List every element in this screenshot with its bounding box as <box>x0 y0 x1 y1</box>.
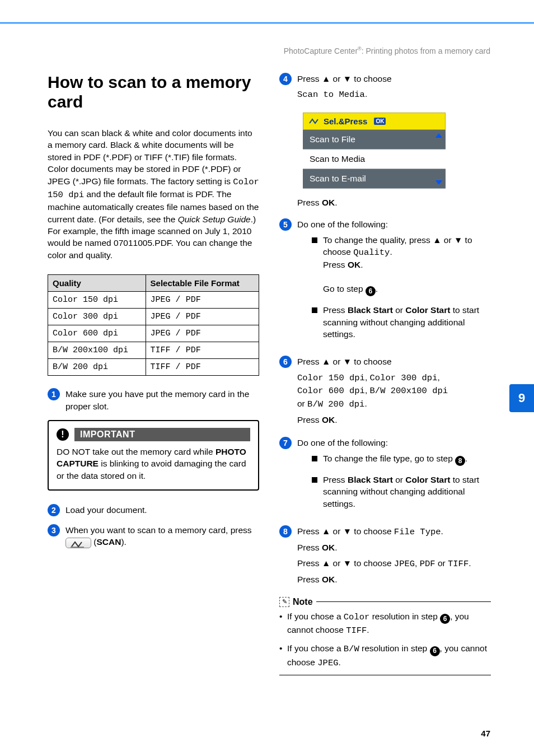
step-7: 7 Do one of the following: To change the… <box>279 437 491 517</box>
important-title: IMPORTANT <box>74 428 250 441</box>
important-box: ! IMPORTANT DO NOT take out the memory c… <box>48 420 259 491</box>
lcd-header-text: Sel.&Press <box>324 116 367 126</box>
table-row: Color 150 dpiJPEG / PDF <box>48 292 259 309</box>
bullet-item: Press Black Start or Color Start to star… <box>312 304 491 340</box>
step-6-text: Press ▲ or ▼ to choose Color 150 dpi, Co… <box>294 356 491 429</box>
step-5: 5 Do one of the following: To change the… <box>279 218 491 348</box>
right-column: 4 Press ▲ or ▼ to choose Scan to Media. … <box>279 73 491 675</box>
step-badge-3: 3 <box>48 524 60 536</box>
cell-format: TIFF / PDF <box>146 359 259 376</box>
page-title: How to scan to a memory card <box>48 73 259 111</box>
note-rule <box>316 601 491 602</box>
step-6: 6 Press ▲ or ▼ to choose Color 150 dpi, … <box>279 356 491 429</box>
chevron-up-icon <box>435 133 442 138</box>
running-head-sup: ® <box>358 46 362 52</box>
step-8-text: Press ▲ or ▼ to choose File Type. Press … <box>294 525 491 589</box>
step-1: 1 Make sure you have put the memory card… <box>48 388 259 412</box>
page-number: 47 <box>481 729 490 738</box>
bullet-item: To change the file type, go to step 8. <box>312 452 491 466</box>
cell-quality: B/W 200x100 dpi <box>48 342 146 359</box>
cell-quality: Color 300 dpi <box>48 309 146 325</box>
chevron-down-icon <box>435 180 442 185</box>
step-badge-6: 6 <box>279 356 292 368</box>
step-4-press-ok: Press OK. <box>297 197 491 208</box>
table-row: Color 300 dpiJPEG / PDF <box>48 309 259 325</box>
exclamation-icon: ! <box>57 428 69 441</box>
lcd-ok-badge: OK <box>374 118 386 125</box>
step-8: 8 Press ▲ or ▼ to choose File Type. Pres… <box>279 525 491 589</box>
top-rule <box>0 22 534 24</box>
cell-format: JPEG / PDF <box>146 292 259 309</box>
bullet-item: Press Black Start or Color Start to star… <box>312 474 491 510</box>
step-4: 4 Press ▲ or ▼ to choose Scan to Media. <box>279 73 491 105</box>
step-7-text: Do one of the following: To change the f… <box>294 437 491 517</box>
chapter-tab: 9 <box>509 384 534 412</box>
lcd-row-label: Scan to Media <box>310 154 365 164</box>
cell-quality: Color 600 dpi <box>48 325 146 342</box>
step-2-text: Load your document. <box>62 504 259 516</box>
scan-key-icon <box>65 538 91 548</box>
table-row: B/W 200x100 dpiTIFF / PDF <box>48 342 259 359</box>
lcd-row-label: Scan to File <box>310 134 355 144</box>
step-3: 3 When you want to scan to a memory card… <box>48 524 259 548</box>
step-3-text: When you want to scan to a memory card, … <box>62 524 259 548</box>
cell-format: TIFF / PDF <box>146 342 259 359</box>
step-ref-6: 6 <box>430 646 440 656</box>
cell-quality: B/W 200 dpi <box>48 359 146 376</box>
lcd-row-selected: Scan to Media <box>303 150 446 169</box>
scan-icon <box>309 118 319 124</box>
note-title: Note <box>293 597 313 607</box>
step-badge-8: 8 <box>279 525 292 538</box>
note-bottom-rule <box>279 675 491 675</box>
table-row: B/W 200 dpiTIFF / PDF <box>48 359 259 376</box>
th-format: Selectable File Format <box>146 275 259 292</box>
note-item: If you chose a B/W resolution in step 6,… <box>279 642 491 669</box>
intro-em: Quick Setup Guide <box>178 214 251 224</box>
step-1-text: Make sure you have put the memory card i… <box>62 388 259 412</box>
step-badge-4: 4 <box>279 73 292 85</box>
running-head: PhotoCapture Center®: Printing photos fr… <box>284 46 490 55</box>
lcd-row-label: Scan to E-mail <box>310 174 366 183</box>
cell-format: JPEG / PDF <box>146 309 259 325</box>
step-4-text: Press ▲ or ▼ to choose Scan to Media. <box>294 73 491 105</box>
left-column: How to scan to a memory card You can sca… <box>48 73 259 675</box>
step-badge-1: 1 <box>48 388 60 400</box>
quality-table: Quality Selectable File Format Color 150… <box>48 274 259 376</box>
step-5-text: Do one of the following: To change the q… <box>294 218 491 348</box>
lcd-row: Scan to E-mail <box>303 169 446 189</box>
intro-text-a: You can scan black & white and color doc… <box>48 128 252 186</box>
th-quality: Quality <box>48 275 146 292</box>
step-ref-6: 6 <box>440 614 450 624</box>
running-head-suffix: : Printing photos from a memory card <box>362 46 490 55</box>
step-badge-5: 5 <box>279 218 292 231</box>
intro-paragraph: You can scan black & white and color doc… <box>48 127 259 261</box>
bullet-item: To change the quality, press ▲ or ▼ to c… <box>312 234 491 297</box>
step-ref-6: 6 <box>366 286 376 296</box>
table-row: Color 600 dpiJPEG / PDF <box>48 325 259 342</box>
cell-format: JPEG / PDF <box>146 325 259 342</box>
step-badge-7: 7 <box>279 437 292 449</box>
step-ref-8: 8 <box>455 456 465 466</box>
cell-quality: Color 150 dpi <box>48 292 146 309</box>
note-item: If you chose a Color resolution in step … <box>279 610 491 637</box>
lcd-row: Scan to File <box>303 130 446 150</box>
note-box: ✎ Note If you chose a Color resolution i… <box>279 597 491 675</box>
running-head-prefix: PhotoCapture Center <box>284 46 358 55</box>
step-badge-2: 2 <box>48 504 60 516</box>
lcd-screenshot: Sel.&Press OK Scan to File Scan to Media… <box>303 113 446 189</box>
important-text: DO NOT take out the memory card while PH… <box>57 446 250 482</box>
note-icon: ✎ <box>279 597 289 607</box>
lcd-header: Sel.&Press OK <box>303 113 446 130</box>
step-2: 2 Load your document. <box>48 504 259 516</box>
